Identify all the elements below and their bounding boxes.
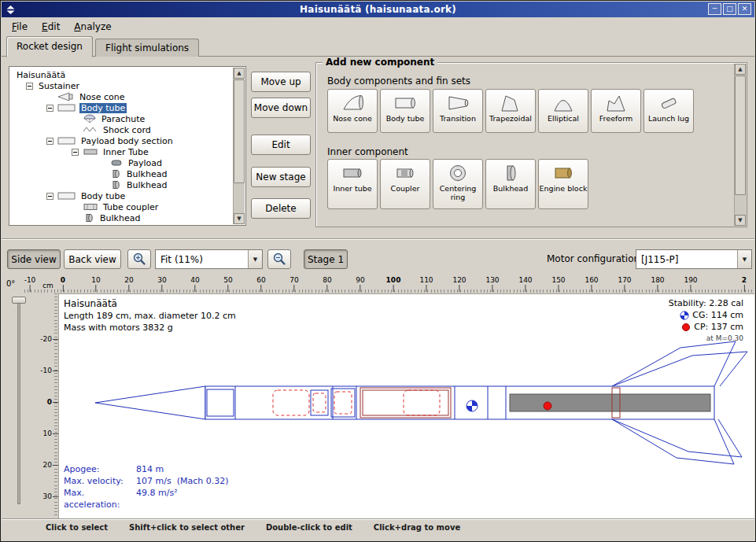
add-inner-tube-button[interactable]: Inner tube [327, 159, 378, 209]
zoom-out-button[interactable] [267, 249, 291, 269]
motor-configuration-select[interactable]: [J115-P] ▼ [636, 249, 752, 269]
stability-value: Stability: 2.28 cal [669, 297, 743, 309]
add-component-title: Add new component [323, 57, 437, 68]
rotation-angle-label: 0° [6, 279, 15, 288]
inner-tube-icon [341, 161, 364, 185]
body-tube-icon [57, 103, 76, 112]
stage-1-toggle[interactable]: Stage 1 [304, 249, 348, 269]
cg-marker [467, 400, 478, 411]
mach-condition: at M=0.30 [669, 333, 743, 345]
tree-item-tube-coupler[interactable]: Tube coupler [10, 201, 233, 212]
maximize-icon[interactable]: □ [723, 3, 736, 15]
tree-item-sustainer[interactable]: Sustainer [10, 80, 233, 91]
collapse-icon[interactable] [46, 105, 53, 112]
tree-item-rocket[interactable]: Haisunäätä [10, 69, 233, 80]
tabstrip: Rocket design Flight simulations [2, 35, 754, 57]
minimize-icon[interactable]: ─ [708, 3, 721, 15]
scrollbar-thumb[interactable] [234, 79, 245, 183]
ruler-unit-label: cm [42, 282, 53, 289]
tree-item-bulkhead[interactable]: Bulkhead [10, 212, 233, 223]
tab-rocket-design[interactable]: Rocket design [6, 36, 93, 57]
add-transition-button[interactable]: Transition [433, 89, 483, 133]
cp-value: CP: 137 cm [694, 321, 743, 333]
apogee-value: 814 m [136, 463, 164, 475]
rotation-slider-thumb[interactable] [12, 297, 26, 304]
nose-cone-shape [95, 386, 205, 419]
launch-lug-icon [657, 91, 680, 115]
scrollbar-down-icon[interactable]: ▼ [735, 215, 746, 226]
bulkhead-icon [83, 213, 95, 223]
add-coupler-button[interactable]: Coupler [380, 159, 430, 209]
tree-item-inner-tube[interactable]: Inner Tube [10, 146, 233, 157]
tree-item-body-tube-aft[interactable]: Body tube [10, 190, 233, 201]
new-stage-button[interactable]: New stage [251, 167, 311, 187]
horizontal-ruler: -10 0 10 20 30 40 50 60 70 80 90 100 110… [24, 275, 754, 293]
zoom-select[interactable]: Fit (11%) ▼ [155, 249, 263, 269]
tree-item-shock-cord[interactable]: Shock cord [10, 124, 233, 135]
menu-edit[interactable]: Edit [35, 19, 67, 35]
side-view-button[interactable]: Side view [7, 249, 61, 269]
status-bar: Click to select Shift+click to select ot… [2, 518, 754, 536]
tree-item-body-tube[interactable]: Body tube [10, 102, 233, 113]
zoom-in-button[interactable] [127, 249, 151, 269]
scrollbar-thumb[interactable] [735, 76, 746, 195]
parachute-icon [83, 114, 97, 124]
rocket-canvas[interactable]: Haisunäätä Length 189 cm, max. diameter … [58, 293, 754, 518]
body-components-row: Nose cone Body tube Transition Trapezoid… [327, 89, 694, 133]
close-icon[interactable]: ✕ [738, 3, 751, 15]
tree-scrollbar[interactable]: ▲ ▼ [233, 68, 245, 224]
add-trapezoidal-fin-button[interactable]: Trapezoidal [485, 89, 536, 133]
rocket-diagram-area: 0° -10 0 10 20 30 40 50 60 70 80 90 100 … [2, 275, 754, 518]
collapse-icon[interactable] [46, 138, 53, 145]
body-tube-icon [57, 136, 76, 146]
body-tube-icon [393, 91, 417, 115]
add-launch-lug-button[interactable]: Launch lug [644, 89, 694, 133]
add-elliptical-fin-button[interactable]: Elliptical [538, 89, 588, 133]
collapse-icon[interactable] [26, 83, 33, 90]
tree-item-payload-body-section[interactable]: Payload body section [10, 135, 233, 146]
add-body-tube-button[interactable]: Body tube [380, 89, 430, 133]
rotation-slider[interactable] [17, 300, 20, 504]
inner-components-row: Inner tube Coupler Centering ring Bulkhe… [327, 159, 588, 209]
tree-item-bulkhead[interactable]: Bulkhead [10, 168, 233, 179]
move-down-button[interactable]: Move down [251, 98, 311, 118]
apogee-label: Apogee: [64, 463, 136, 475]
back-view-button[interactable]: Back view [64, 249, 121, 269]
tree-item-payload[interactable]: Payload [10, 157, 233, 168]
menu-file[interactable]: File [5, 19, 35, 35]
vertical-ruler: -20 -10 0 10 20 30 [38, 293, 58, 517]
window-menu-icon[interactable] [6, 5, 16, 15]
move-up-button[interactable]: Move up [251, 72, 311, 92]
add-bulkhead-button[interactable]: Bulkhead [485, 159, 536, 209]
window-title: Haisunäätä (haisunaata.ork) [2, 4, 754, 15]
menu-analyze[interactable]: Analyze [67, 19, 118, 35]
scrollbar-up-icon[interactable]: ▲ [735, 64, 746, 75]
motor-shape [510, 394, 710, 411]
hint-click-drag: Click+drag to move [374, 523, 460, 532]
tree-item-parachute[interactable]: Parachute [10, 113, 233, 124]
collapse-icon[interactable] [46, 193, 53, 200]
coupler-icon [393, 161, 417, 185]
cp-symbol-icon [681, 323, 691, 332]
edit-button[interactable]: Edit [251, 135, 311, 155]
chevron-down-icon[interactable]: ▼ [737, 250, 751, 268]
zoom-value: Fit (11%) [156, 254, 248, 265]
tab-flight-simulations[interactable]: Flight simulations [95, 39, 199, 57]
add-centering-ring-button[interactable]: Centering ring [433, 159, 483, 209]
add-freeform-fin-button[interactable]: Freeform [591, 89, 641, 133]
component-tree-panel: Haisunäätä Sustainer Nose cone Body tube… [9, 66, 246, 226]
add-nose-cone-button[interactable]: Nose cone [327, 89, 378, 133]
tree-item-bulkhead[interactable]: Bulkhead [10, 179, 233, 190]
add-engine-block-button[interactable]: Engine block [538, 159, 588, 209]
shock-cord-icon [83, 125, 98, 135]
scrollbar-down-icon[interactable]: ▼ [234, 213, 245, 224]
collapse-icon[interactable] [72, 149, 79, 156]
scrollbar-up-icon[interactable]: ▲ [234, 68, 245, 79]
body-tube-icon [57, 191, 76, 201]
delete-button[interactable]: Delete [251, 198, 311, 219]
tree-item-nose-cone[interactable]: Nose cone [10, 91, 233, 102]
add-panel-scrollbar[interactable]: ▲ ▼ [734, 64, 746, 226]
fin-shape [612, 419, 734, 464]
chevron-down-icon[interactable]: ▼ [248, 250, 262, 268]
rocket-info-block: Haisunäätä Length 189 cm, max. diameter … [64, 297, 236, 334]
